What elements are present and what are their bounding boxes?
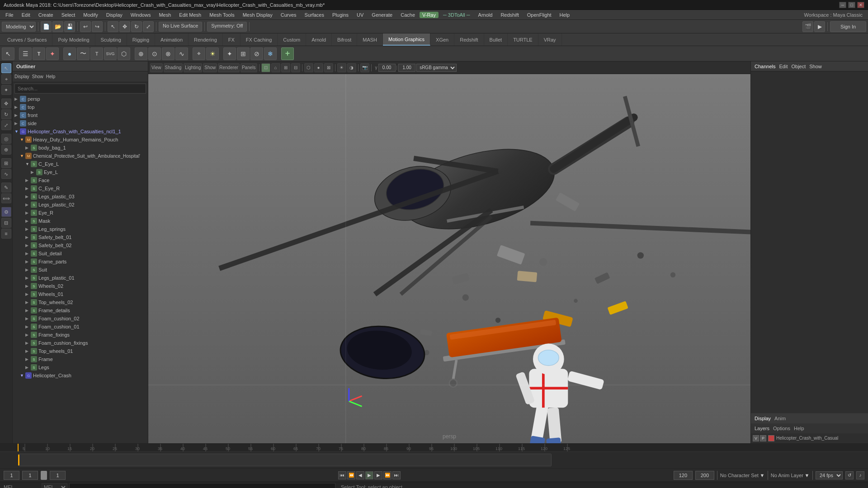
outliner-item-c-eye-l[interactable]: ▼ S C_Eye_L (13, 160, 148, 168)
add-icon-btn[interactable]: + (281, 47, 294, 60)
command-input[interactable] (69, 483, 335, 488)
outliner-item-top-wheels-02[interactable]: ▶ S Top_wheels_02 (13, 298, 148, 306)
outliner-search-input[interactable] (14, 84, 146, 94)
outliner-item-suit-detail[interactable]: ▶ S Suit_detail (13, 249, 148, 258)
curve-icon-btn[interactable]: 〜 (77, 47, 90, 60)
text2-icon-btn[interactable]: T (90, 47, 103, 60)
outliner-item-frame-details[interactable]: ▶ S Frame_details (13, 306, 148, 314)
gamma-value-input[interactable] (398, 64, 415, 72)
menu-windows[interactable]: Windows (127, 11, 155, 19)
cluster-icon-btn[interactable]: ✦ (223, 47, 236, 60)
menu-generate[interactable]: Generate (368, 11, 396, 19)
outliner-display-menu[interactable]: Display (14, 74, 29, 79)
menu-openflight[interactable]: OpenFlight (524, 11, 555, 19)
menu-create[interactable]: Create (35, 11, 57, 19)
menu-mesh-tools[interactable]: Mesh Tools (206, 11, 238, 19)
menu-arnold[interactable]: Arnold (475, 11, 496, 19)
vp-menu-shading[interactable]: Shading (164, 63, 183, 72)
mode-dropdown[interactable]: Modeling (2, 22, 36, 32)
vp-lights[interactable]: ☀ (337, 63, 346, 72)
display-tab[interactable]: Display (755, 416, 771, 421)
tab-poly-modeling[interactable]: Poly Modeling (52, 33, 95, 46)
start-frame-input[interactable] (4, 471, 19, 480)
fps-dropdown[interactable]: 24 fps 30 fps 60 fps (816, 471, 843, 479)
outliner-item-leg-springs[interactable]: ▶ S Leg_springs (13, 225, 148, 233)
falloff-icon-btn[interactable]: ⊙ (148, 47, 161, 60)
menu-select[interactable]: Select (58, 11, 79, 19)
play-button[interactable]: ▶ (365, 471, 373, 479)
tab-mash[interactable]: MASH (357, 33, 383, 46)
vp-frame-all[interactable]: ⊞ (281, 63, 290, 72)
layer-v-checkbox[interactable]: V (753, 435, 759, 441)
mel-python-dropdown[interactable]: MEL Python (42, 483, 67, 488)
outliner-item-eye-r[interactable]: ▶ S Eye_R (13, 209, 148, 217)
tab-animation[interactable]: Animation (155, 33, 189, 46)
redo-button[interactable]: ↪ (92, 21, 103, 32)
outliner-item-wheels-01[interactable]: ▶ S Wheels_01 (13, 290, 148, 298)
edit-tab[interactable]: Edit (779, 64, 788, 69)
options-sub-tab[interactable]: Options (773, 426, 790, 431)
measure-tool[interactable]: ⟺ (1, 193, 11, 203)
vp-layout-single[interactable]: ⊡ (261, 63, 270, 72)
outliner-item-wheels-02[interactable]: ▶ S Wheels_02 (13, 282, 148, 290)
gamma-dropdown[interactable]: sRGB gamma (416, 64, 457, 72)
minimize-button[interactable]: ─ (839, 2, 846, 8)
soft-mod-tool[interactable]: ◎ (1, 134, 11, 144)
tab-bifrost[interactable]: Bifrost (332, 33, 357, 46)
outliner-icon-btn[interactable]: ☰ (19, 47, 32, 60)
outliner-show-menu[interactable]: Show (32, 74, 43, 79)
menu-3dtoall[interactable]: ─ 3DToAll ─ (439, 11, 474, 19)
outliner-item-safety-belt-01[interactable]: ▶ S Safety_belt_01 (13, 233, 148, 241)
render-button[interactable]: 🎬 (802, 21, 813, 32)
menu-mesh-display[interactable]: Mesh Display (239, 11, 276, 19)
vp-camera[interactable]: 📷 (360, 63, 369, 72)
menu-help[interactable]: Help (556, 11, 574, 19)
menu-curves[interactable]: Curves (277, 11, 300, 19)
render-settings[interactable]: ⚙ (1, 207, 11, 217)
go-to-start-button[interactable]: ⏮ (338, 471, 346, 479)
tab-vray[interactable]: VRay (538, 33, 562, 46)
sign-in-button[interactable]: Sign In (830, 21, 866, 32)
scatter-icon-btn[interactable]: ⊕ (135, 47, 147, 60)
symmetry-button[interactable]: Symmetry: Off (207, 22, 247, 32)
layers-sub-tab[interactable]: Layers (755, 426, 769, 431)
rotate-tool-l[interactable]: ↻ (1, 109, 11, 119)
vp-frame-sel[interactable]: ⊟ (291, 63, 300, 72)
snap-grid-tool[interactable]: ⊞ (1, 158, 11, 168)
layer-p-checkbox[interactable]: P (760, 435, 766, 441)
tab-arnold[interactable]: Arnold (306, 33, 332, 46)
outliner-item-c-eye-r[interactable]: ▶ S C_Eye_R (13, 184, 148, 192)
menu-file[interactable]: File (2, 11, 17, 19)
outliner-item-heavy-duty[interactable]: ▼ M Heavy_Duty_Human_Remains_Pouch (13, 136, 148, 144)
select-icon-btn[interactable]: ↖ (2, 47, 14, 60)
step-back-button[interactable]: ⏪ (347, 471, 355, 479)
outliner-item-eye-l[interactable]: ▶ S Eye_L (13, 168, 148, 176)
curve3-icon-btn[interactable]: ∿ (175, 47, 188, 60)
object-tab[interactable]: Object (791, 64, 806, 69)
tab-custom[interactable]: Custom (278, 33, 306, 46)
new-file-button[interactable]: 📄 (41, 21, 52, 32)
light-icon-btn[interactable]: ☀ (206, 47, 219, 60)
menu-redshift[interactable]: Redshift (497, 11, 522, 19)
menu-uv[interactable]: UV (353, 11, 367, 19)
tab-xgen[interactable]: XGen (430, 33, 454, 46)
timeline-tool[interactable]: ≡ (1, 229, 11, 239)
tab-rendering[interactable]: Rendering (189, 33, 223, 46)
menu-display[interactable]: Display (103, 11, 126, 19)
menu-mesh[interactable]: Mesh (155, 11, 175, 19)
snowflake-icon-btn[interactable]: ❄ (264, 47, 277, 60)
anim-layer-dropdown-btn[interactable]: ▼ (804, 473, 810, 478)
show-tab[interactable]: Show (809, 64, 822, 69)
svg-icon-btn[interactable]: SVG (104, 47, 117, 60)
timeline-range[interactable] (18, 454, 552, 466)
tab-turtle[interactable]: TURTLE (508, 33, 538, 46)
vp-shadows[interactable]: ◑ (347, 63, 356, 72)
snap-icon-btn[interactable]: ⌖ (193, 47, 205, 60)
vertex-icon-btn[interactable]: ⊞ (237, 47, 250, 60)
vp-textured[interactable]: ⊠ (324, 63, 333, 72)
outliner-help-menu[interactable]: Help (46, 74, 56, 79)
outliner-item-helicopter-crash[interactable]: ▼ G Helicopter_Crash (13, 371, 148, 380)
save-file-button[interactable]: 💾 (64, 21, 75, 32)
vp-menu-view[interactable]: View (150, 63, 163, 72)
live-surface-button[interactable]: No Live Surface (159, 22, 202, 32)
